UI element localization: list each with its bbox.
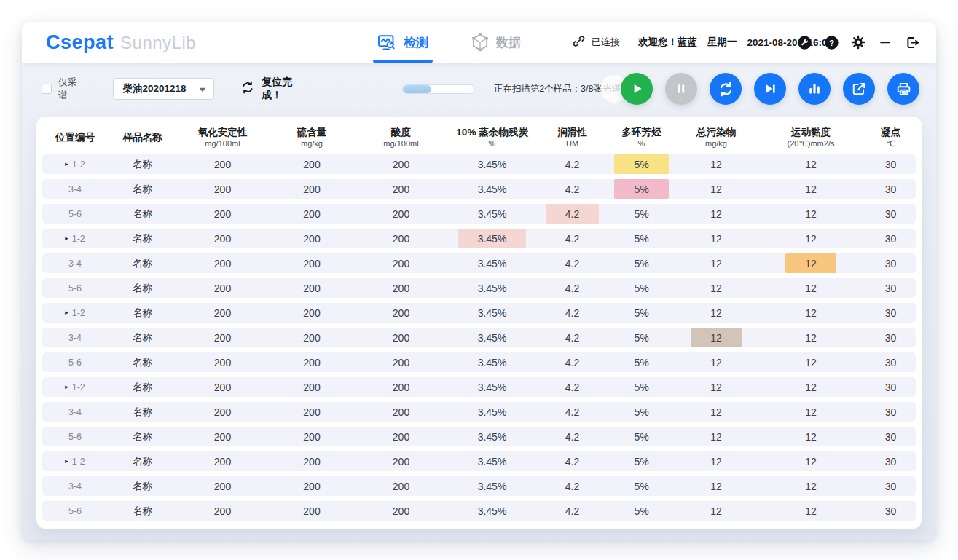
welcome-text: 欢迎您！蓝蓝 <box>638 36 697 49</box>
value-cell: 12 <box>676 204 756 224</box>
only-capture-checkbox[interactable] <box>42 84 52 94</box>
chart-button[interactable] <box>798 73 831 105</box>
value-cell: 200 <box>268 303 356 323</box>
expand-arrow-icon[interactable]: ▸ <box>65 309 68 316</box>
table-row[interactable]: 5-6名称2002002003.45%4.25%121230 <box>42 427 916 446</box>
value-cell: 30 <box>865 377 916 397</box>
tools-icon[interactable] <box>796 34 812 50</box>
value-cell: 3.45% <box>447 402 538 422</box>
table-row[interactable]: ▸1-2名称2002002003.45%4.25%121230 <box>42 377 916 397</box>
weekday-text: 星期一 <box>707 36 737 49</box>
position-cell: ▸1-2 <box>42 451 108 471</box>
value-cell: 30 <box>865 179 916 199</box>
column-label: 凝点 <box>881 127 900 139</box>
table-row[interactable]: ▸1-2名称2002002003.45%4.25%121230 <box>42 229 916 248</box>
settings-gear-icon[interactable] <box>850 34 866 50</box>
value-cell: 4.2 <box>538 352 607 372</box>
reset-button[interactable]: 复位完成！ <box>240 76 310 102</box>
help-icon[interactable]: ? <box>823 34 839 50</box>
value-cell: 12 <box>676 303 756 323</box>
column-header: 运动黏度(20℃)mm2/s <box>756 127 865 149</box>
column-header: 多环芳烃% <box>607 127 676 149</box>
value-cell: 12 <box>756 402 865 422</box>
app-window: Csepat SunnyLib 检测 <box>22 22 936 540</box>
value-cell: 12 <box>676 476 756 496</box>
position-cell: ▸1-2 <box>42 229 108 248</box>
table-row[interactable]: 5-6名称2002002003.45%4.25%121230 <box>42 204 916 224</box>
expand-arrow-icon[interactable]: ▸ <box>65 235 68 242</box>
column-label: 多环芳烃 <box>622 127 661 139</box>
print-button[interactable] <box>887 73 919 105</box>
table-row[interactable]: 3-4名称2002002003.45%4.25%121230 <box>42 402 916 422</box>
column-unit: mg/kg <box>705 139 727 149</box>
logo-product-text: SunnyLib <box>120 33 196 53</box>
value-cell: 5% <box>607 451 676 471</box>
value-cell: 12 <box>756 278 865 298</box>
value-cell: 4.2 <box>538 402 607 422</box>
value-cell: 4.2 <box>538 377 607 397</box>
value-cell: 30 <box>865 427 916 446</box>
value-cell: 200 <box>177 451 268 471</box>
table-row[interactable]: ▸1-2名称2002002003.45%4.25%121230 <box>42 154 916 174</box>
value-cell: 200 <box>356 451 447 471</box>
table-row[interactable]: ▸1-2名称2002002003.45%4.25%121230 <box>42 451 916 471</box>
tab-data[interactable]: 数据 <box>471 22 521 63</box>
value-cell: 200 <box>268 501 356 521</box>
column-label: 硫含量 <box>297 127 327 139</box>
tab-detect-label: 检测 <box>404 34 428 51</box>
column-label: 氧化安定性 <box>198 127 248 139</box>
expand-arrow-icon[interactable]: ▸ <box>65 384 68 390</box>
sample-dropdown[interactable]: 柴油20201218 <box>113 78 214 100</box>
value-cell: 5% <box>607 501 676 521</box>
column-label: 位置编号 <box>55 132 95 144</box>
value-cell: 200 <box>177 427 268 446</box>
value-cell: 3.45% <box>447 451 538 471</box>
value-cell: 5% <box>607 179 676 199</box>
value-cell: 200 <box>177 303 268 323</box>
table-row[interactable]: 3-4名称2002002003.45%4.25%121230 <box>42 179 916 199</box>
refresh-button[interactable] <box>710 73 742 105</box>
value-cell: 5% <box>607 352 676 372</box>
minimize-icon[interactable] <box>877 34 893 50</box>
expand-arrow-icon[interactable]: ▸ <box>65 161 68 167</box>
pause-button[interactable] <box>665 73 697 105</box>
exit-icon[interactable] <box>904 34 920 50</box>
value-cell: 200 <box>356 303 447 323</box>
results-table-card: 位置编号样品名称氧化安定性mg/100ml硫含量mg/kg酸度mg/100ml1… <box>36 117 922 529</box>
value-cell: 12 <box>676 501 756 521</box>
value-cell: 200 <box>268 352 356 372</box>
value-cell: 3.45% <box>447 253 538 273</box>
sample-name-cell: 名称 <box>108 303 177 323</box>
sample-name-cell: 名称 <box>108 179 177 199</box>
sample-name-cell: 名称 <box>108 204 177 224</box>
next-button[interactable] <box>754 73 786 105</box>
highlighted-value: 5% <box>614 179 668 199</box>
value-cell: 200 <box>177 402 268 422</box>
value-cell: 200 <box>356 501 447 521</box>
value-cell: 5% <box>607 328 676 347</box>
table-row[interactable]: 5-6名称2002002003.45%4.25%121230 <box>42 501 916 521</box>
value-cell: 3.45% <box>447 179 538 199</box>
value-cell: 200 <box>177 476 268 496</box>
start-button[interactable] <box>621 73 653 105</box>
tab-detect[interactable]: 检测 <box>377 22 428 63</box>
table-row[interactable]: 3-4名称2002002003.45%4.25%121230 <box>42 328 916 347</box>
value-cell: 5% <box>607 377 676 397</box>
progress-fill <box>403 85 431 93</box>
table-row[interactable]: ▸1-2名称2002002003.45%4.25%121230 <box>42 303 916 323</box>
sample-name-cell: 名称 <box>108 451 177 471</box>
value-cell: 4.2 <box>538 204 607 224</box>
table-row[interactable]: 5-6名称2002002003.45%4.25%121230 <box>42 352 916 372</box>
position-cell: 5-6 <box>42 501 108 521</box>
sample-name-cell: 名称 <box>108 352 177 372</box>
main-nav: 检测 数据 <box>377 22 521 63</box>
table-row[interactable]: 5-6名称2002002003.45%4.25%121230 <box>42 278 916 298</box>
table-row[interactable]: 3-4名称2002002003.45%4.25%121230 <box>42 476 916 496</box>
export-button[interactable] <box>843 73 875 105</box>
value-cell: 30 <box>865 204 916 224</box>
value-cell: 5% <box>607 402 676 422</box>
pause-icon <box>673 81 689 97</box>
expand-arrow-icon[interactable]: ▸ <box>65 458 68 465</box>
value-cell: 200 <box>356 328 447 347</box>
table-row[interactable]: 3-4名称2002002003.45%4.25%121230 <box>42 253 916 273</box>
